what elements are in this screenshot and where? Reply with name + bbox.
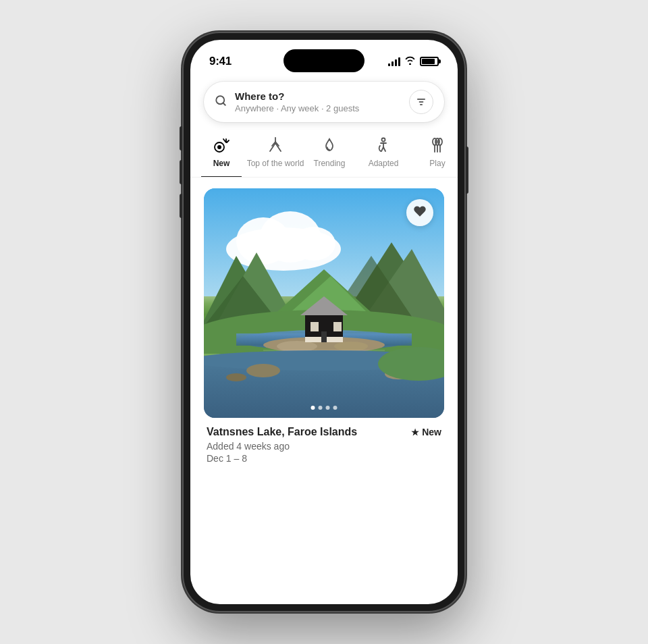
listing-section: Vatnsnes Lake, Faroe Islands ★ New Added… xyxy=(190,178,458,477)
category-trending-icon xyxy=(321,136,338,155)
search-icon xyxy=(215,95,227,110)
category-adapted-label: Adapted xyxy=(369,159,399,168)
status-icons xyxy=(388,56,439,67)
svg-point-16 xyxy=(435,138,439,145)
pagination-dots xyxy=(311,406,338,410)
listing-card[interactable]: Vatnsnes Lake, Faroe Islands ★ New Added… xyxy=(204,188,444,466)
listing-title: Vatnsnes Lake, Faroe Islands xyxy=(207,426,357,438)
search-sub: Anywhere · Any week · 2 guests xyxy=(235,103,409,115)
phone-wrapper: 9:41 xyxy=(182,32,466,612)
search-main: Where to? xyxy=(235,90,409,103)
dot-3 xyxy=(326,406,330,410)
phone-screen: 9:41 xyxy=(190,40,458,604)
listing-dates: Dec 1 – 8 xyxy=(207,453,441,464)
svg-point-6 xyxy=(217,145,221,149)
category-new-label: New xyxy=(213,159,230,168)
svg-line-1 xyxy=(223,103,225,105)
filter-button[interactable] xyxy=(409,90,433,114)
svg-line-7 xyxy=(223,139,225,142)
category-adapted[interactable]: Adapted xyxy=(363,136,404,177)
dot-4 xyxy=(333,406,338,410)
category-top-world-label: Top of the world xyxy=(247,159,304,168)
svg-point-52 xyxy=(226,373,246,381)
search-bar[interactable]: Where to? Anywhere · Any week · 2 guests xyxy=(204,82,444,122)
listing-info: Vatnsnes Lake, Faroe Islands ★ New Added… xyxy=(204,418,444,466)
svg-point-39 xyxy=(334,342,368,351)
svg-rect-44 xyxy=(333,322,342,331)
category-new[interactable]: New xyxy=(201,136,242,178)
category-trending[interactable]: Trending xyxy=(309,136,350,177)
svg-rect-45 xyxy=(321,331,327,342)
category-play-icon xyxy=(429,136,446,155)
status-bar: 9:41 xyxy=(190,40,458,74)
categories-bar: New Top of the world xyxy=(190,130,458,178)
battery-icon xyxy=(420,57,439,66)
star-icon: ★ xyxy=(411,427,419,437)
category-top-world[interactable]: Top of the world xyxy=(255,136,296,177)
signal-icon xyxy=(388,57,400,66)
new-badge-label: New xyxy=(422,427,441,437)
new-badge: ★ New xyxy=(411,427,441,437)
svg-line-9 xyxy=(227,140,229,142)
dot-1 xyxy=(311,406,315,410)
dynamic-island xyxy=(284,49,364,72)
status-time: 9:41 xyxy=(209,55,232,68)
category-play-label: Play xyxy=(429,159,445,168)
svg-point-50 xyxy=(246,364,280,377)
listing-title-row: Vatnsnes Lake, Faroe Islands ★ New xyxy=(207,426,441,438)
svg-rect-43 xyxy=(310,322,319,331)
category-top-world-icon xyxy=(267,136,284,155)
wifi-icon xyxy=(404,56,416,67)
listing-added: Added 4 weeks ago xyxy=(207,441,441,452)
heart-icon xyxy=(413,205,427,221)
category-new-icon xyxy=(213,136,230,155)
scene-svg xyxy=(204,188,444,418)
dot-2 xyxy=(319,406,323,410)
search-container: Where to? Anywhere · Any week · 2 guests xyxy=(190,74,458,130)
search-text: Where to? Anywhere · Any week · 2 guests xyxy=(235,90,409,114)
svg-point-24 xyxy=(292,227,335,261)
svg-point-13 xyxy=(382,138,385,142)
listing-image xyxy=(204,188,444,418)
category-trending-label: Trending xyxy=(314,159,346,168)
category-play[interactable]: Play xyxy=(417,136,458,177)
category-adapted-icon xyxy=(375,136,392,155)
